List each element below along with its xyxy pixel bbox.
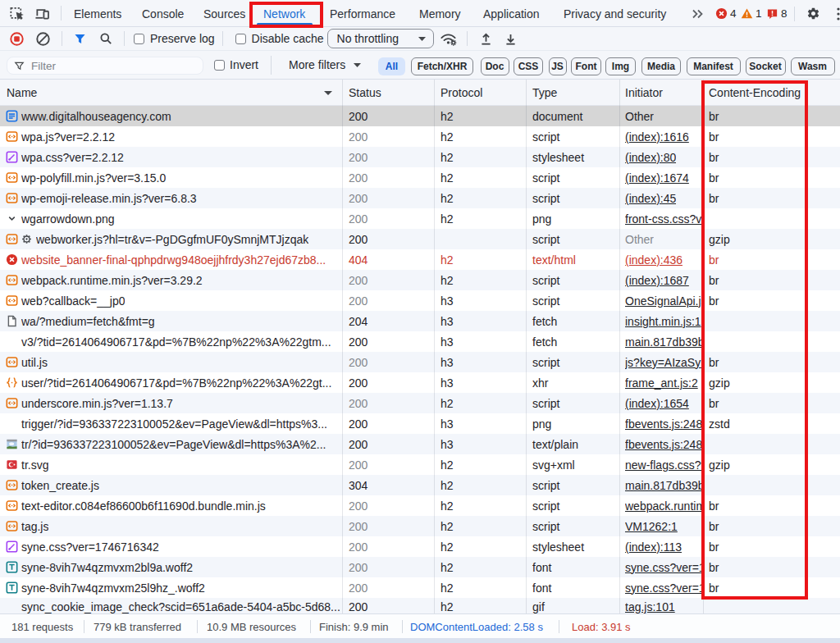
more-options-button[interactable]: [833, 3, 840, 25]
initiator-link[interactable]: tag.js:101: [625, 600, 675, 613]
cell-name[interactable]: syne-8vih7w4qzmvxm25l9hz_.woff2: [0, 577, 342, 598]
import-har-button[interactable]: [475, 28, 498, 49]
table-row[interactable]: user/?tid=2614064906717&pd=%7B%22np%22%3…: [0, 372, 840, 393]
filter-pill-all[interactable]: All: [378, 57, 405, 75]
column-header-initiator[interactable]: Initiator: [619, 80, 703, 105]
initiator-link[interactable]: front-css.css?ve: [625, 212, 703, 226]
cell-name[interactable]: trigger/?id=936337223100052&ev=PageView&…: [0, 413, 342, 434]
settings-button[interactable]: [801, 3, 824, 25]
table-row[interactable]: www.digitalhouseagency.com200h2documentO…: [0, 106, 840, 126]
cell-name[interactable]: www.digitalhouseagency.com: [0, 106, 342, 126]
table-row[interactable]: tr/?id=936337223100052&ev=PageView&dl=ht…: [0, 434, 840, 454]
column-divider[interactable]: [526, 80, 527, 613]
initiator-link[interactable]: fbevents.js:248: [625, 417, 702, 431]
warning-badge[interactable]: 1: [741, 0, 762, 27]
column-header-name[interactable]: Name: [0, 80, 342, 105]
filter-pill-js[interactable]: JS: [549, 57, 567, 75]
initiator-link[interactable]: insight.min.js:1: [625, 315, 701, 328]
column-header-protocol[interactable]: Protocol: [434, 80, 526, 105]
table-row[interactable]: webpack.runtime.min.js?ver=3.29.2200h2sc…: [0, 270, 840, 290]
filter-pill-fetch-xhr[interactable]: Fetch/XHR: [411, 57, 473, 75]
cell-name[interactable]: text-editor.c084ef86600b6f11690d.bundle.…: [0, 495, 342, 516]
column-divider[interactable]: [619, 80, 620, 613]
filter-pill-doc[interactable]: Doc: [481, 57, 509, 75]
table-row[interactable]: syne-8vih7w4qzmvxm25l9hz_.woff2200h2font…: [0, 577, 840, 598]
cell-name[interactable]: website_banner-final-qphpdrwg948oejjhfrd…: [0, 249, 342, 270]
cell-name[interactable]: wpa.css?ver=2.2.12: [0, 147, 342, 167]
filter-pill-img[interactable]: Img: [605, 57, 636, 75]
table-row[interactable]: sync_cookie_image_check?scid=651a6ade-54…: [0, 598, 840, 614]
table-row[interactable]: util.js200h3scriptjs?key=AIzaSyDbr: [0, 352, 840, 372]
initiator-link[interactable]: new-flags.css?v: [625, 458, 703, 472]
cell-name[interactable]: wa/?medium=fetch&fmt=g: [0, 311, 342, 331]
disable-cache-checkbox[interactable]: [235, 34, 246, 44]
table-row[interactable]: v3/?tid=2614064906717&pd=%7B%22np%22%3A%…: [0, 331, 840, 352]
initiator-link[interactable]: frame_ant.js:2: [625, 376, 698, 390]
initiator-link[interactable]: OneSignalApi.js: [625, 294, 703, 308]
initiator-link[interactable]: js?key=AIzaSyD: [625, 356, 703, 369]
clear-network-log-button[interactable]: [31, 28, 54, 49]
initiator-link[interactable]: main.817db39b: [625, 335, 703, 349]
initiator-link[interactable]: (index):80: [625, 151, 676, 164]
cell-name[interactable]: token_create.js: [0, 475, 342, 495]
table-row[interactable]: syne.css?ver=1746716342200h2stylesheet(i…: [0, 536, 840, 557]
column-divider[interactable]: [434, 80, 435, 613]
initiator-link[interactable]: webpack.runtim: [625, 499, 703, 513]
filter-toggle-button[interactable]: [68, 28, 91, 49]
initiator-link[interactable]: syne.css?ver=1: [625, 581, 703, 595]
cell-name[interactable]: web?callback=__jp0: [0, 290, 342, 311]
table-row[interactable]: trigger/?id=936337223100052&ev=PageView&…: [0, 413, 840, 434]
initiator-link[interactable]: (index):436: [625, 253, 682, 267]
cell-name[interactable]: util.js: [0, 352, 342, 372]
table-row[interactable]: token_create.js304h2scriptmain.817db39b: [0, 475, 840, 495]
cell-name[interactable]: webpack.runtime.min.js?ver=3.29.2: [0, 270, 342, 290]
cell-name[interactable]: underscore.min.js?ver=1.13.7: [0, 393, 342, 413]
table-row[interactable]: website_banner-final-qphpdrwg948oejjhfrd…: [0, 249, 840, 270]
error-badge[interactable]: 4: [715, 0, 737, 27]
table-row[interactable]: wp-emoji-release.min.js?ver=6.8.3200h2sc…: [0, 188, 840, 208]
search-button[interactable]: [94, 28, 117, 49]
table-row[interactable]: wa/?medium=fetch&fmt=g204h3fetchinsight.…: [0, 311, 840, 331]
table-row[interactable]: wpa.css?ver=2.2.12200h2stylesheet(index)…: [0, 147, 840, 167]
filter-pill-css[interactable]: CSS: [514, 57, 543, 75]
cell-name[interactable]: user/?tid=2614064906717&pd=%7B%22np%22%3…: [0, 372, 342, 393]
table-row[interactable]: underscore.min.js?ver=1.13.7200h2script(…: [0, 393, 840, 413]
issues-badge[interactable]: 8: [766, 0, 788, 27]
column-header-status[interactable]: Status: [342, 80, 434, 105]
cell-name[interactable]: webworker.js?hl=tr&v=-PgDGgfmUF0ySmnjMTJ…: [0, 229, 342, 249]
more-tabs-button[interactable]: [687, 3, 707, 25]
cell-name[interactable]: wp-emoji-release.min.js?ver=6.8.3: [0, 188, 342, 208]
initiator-link[interactable]: (index):1687: [625, 274, 689, 287]
filter-pill-media[interactable]: Media: [641, 57, 681, 75]
table-row[interactable]: tag.js200h2scriptVM1262:1br: [0, 516, 840, 536]
initiator-link[interactable]: main.817db39b: [625, 479, 703, 492]
cell-name[interactable]: sync_cookie_image_check?scid=651a6ade-54…: [0, 598, 342, 614]
cell-name[interactable]: wpa.js?ver=2.2.12: [0, 126, 342, 147]
filter-pill-socket[interactable]: Socket: [746, 57, 786, 75]
cell-name[interactable]: syne-8vih7w4qzmvxm2bl9a.woff2: [0, 557, 342, 577]
column-divider[interactable]: [703, 80, 704, 613]
summary-item[interactable]: DOMContentLoaded: 2.58 s: [410, 614, 543, 639]
export-har-button[interactable]: [500, 28, 523, 49]
cell-name[interactable]: wgarrowdown.png: [0, 208, 342, 229]
table-row[interactable]: wgarrowdown.png200h2pngfront-css.css?ve: [0, 208, 840, 229]
table-row[interactable]: wp-polyfill.min.js?ver=3.15.0200h2script…: [0, 167, 840, 188]
initiator-link[interactable]: fbevents.js:248: [625, 438, 702, 451]
table-row[interactable]: text-editor.c084ef86600b6f11690d.bundle.…: [0, 495, 840, 516]
network-conditions-button[interactable]: [437, 28, 460, 49]
initiator-link[interactable]: (index):1654: [625, 397, 689, 410]
cell-name[interactable]: wp-polyfill.min.js?ver=3.15.0: [0, 167, 342, 188]
table-row[interactable]: wpa.js?ver=2.2.12200h2script(index):1616…: [0, 126, 840, 147]
cell-name[interactable]: v3/?tid=2614064906717&pd=%7B%22np%22%3A%…: [0, 331, 342, 352]
initiator-link[interactable]: (index):45: [625, 192, 676, 205]
filter-pill-wasm[interactable]: Wasm: [791, 57, 835, 75]
table-row[interactable]: webworker.js?hl=tr&v=-PgDGgfmUF0ySmnjMTJ…: [0, 229, 840, 249]
filter-pill-font[interactable]: Font: [571, 57, 601, 75]
cell-name[interactable]: tag.js: [0, 516, 342, 536]
cell-name[interactable]: tr.svg: [0, 454, 342, 475]
throttling-select[interactable]: No throttling: [327, 29, 434, 48]
summary-item[interactable]: Load: 3.91 s: [572, 614, 631, 639]
initiator-link[interactable]: (index):1616: [625, 130, 689, 144]
preserve-log-checkbox[interactable]: [134, 34, 144, 44]
table-row[interactable]: syne-8vih7w4qzmvxm2bl9a.woff2200h2fontsy…: [0, 557, 840, 577]
